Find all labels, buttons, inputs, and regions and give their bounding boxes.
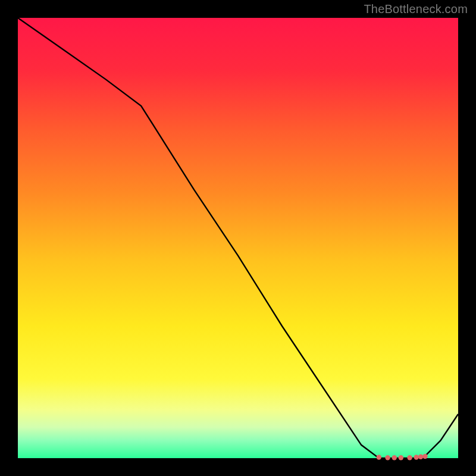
data-marker (392, 455, 397, 460)
chart-frame: TheBottleneck.com (0, 0, 476, 476)
watermark-text: TheBottleneck.com (364, 2, 468, 16)
data-marker (377, 455, 381, 459)
data-marker (385, 455, 390, 460)
data-marker (414, 455, 419, 459)
chart-svg (18, 18, 458, 458)
data-marker (422, 454, 427, 459)
gradient-background (18, 18, 458, 458)
data-marker (407, 455, 412, 460)
data-marker (399, 455, 403, 460)
data-marker (418, 455, 423, 459)
